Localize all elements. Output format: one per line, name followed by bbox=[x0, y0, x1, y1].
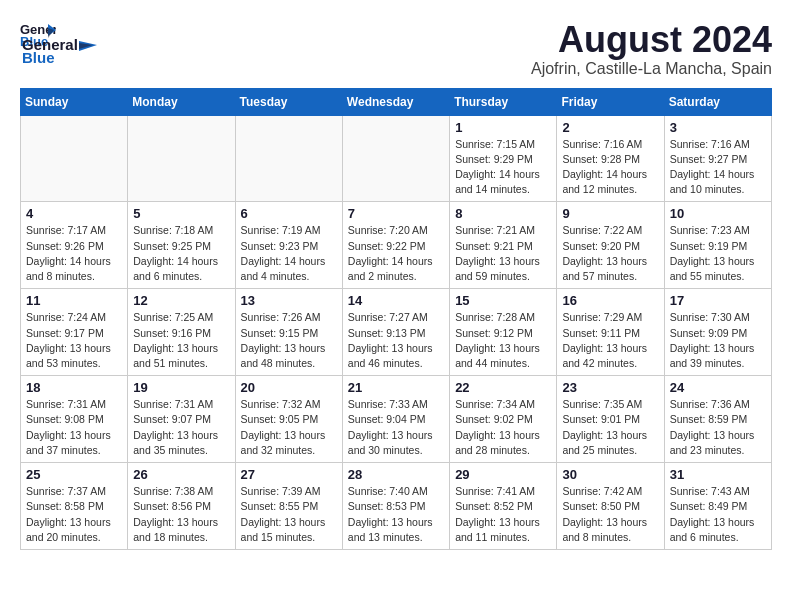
calendar-day-cell: 7Sunrise: 7:20 AM Sunset: 9:22 PM Daylig… bbox=[342, 202, 449, 289]
day-info: Sunrise: 7:29 AM Sunset: 9:11 PM Dayligh… bbox=[562, 310, 658, 371]
day-number: 5 bbox=[133, 206, 229, 221]
calendar-day-cell: 18Sunrise: 7:31 AM Sunset: 9:08 PM Dayli… bbox=[21, 376, 128, 463]
calendar-day-cell: 17Sunrise: 7:30 AM Sunset: 9:09 PM Dayli… bbox=[664, 289, 771, 376]
day-number: 6 bbox=[241, 206, 337, 221]
calendar-day-cell: 24Sunrise: 7:36 AM Sunset: 8:59 PM Dayli… bbox=[664, 376, 771, 463]
calendar-table: SundayMondayTuesdayWednesdayThursdayFrid… bbox=[20, 88, 772, 550]
day-number: 2 bbox=[562, 120, 658, 135]
day-number: 21 bbox=[348, 380, 444, 395]
day-info: Sunrise: 7:23 AM Sunset: 9:19 PM Dayligh… bbox=[670, 223, 766, 284]
calendar-day-cell: 10Sunrise: 7:23 AM Sunset: 9:19 PM Dayli… bbox=[664, 202, 771, 289]
day-info: Sunrise: 7:26 AM Sunset: 9:15 PM Dayligh… bbox=[241, 310, 337, 371]
calendar-day-cell: 29Sunrise: 7:41 AM Sunset: 8:52 PM Dayli… bbox=[450, 463, 557, 550]
day-info: Sunrise: 7:28 AM Sunset: 9:12 PM Dayligh… bbox=[455, 310, 551, 371]
calendar-day-cell: 26Sunrise: 7:38 AM Sunset: 8:56 PM Dayli… bbox=[128, 463, 235, 550]
day-number: 20 bbox=[241, 380, 337, 395]
day-info: Sunrise: 7:19 AM Sunset: 9:23 PM Dayligh… bbox=[241, 223, 337, 284]
calendar-day-cell: 4Sunrise: 7:17 AM Sunset: 9:26 PM Daylig… bbox=[21, 202, 128, 289]
day-number: 30 bbox=[562, 467, 658, 482]
calendar-day-cell: 31Sunrise: 7:43 AM Sunset: 8:49 PM Dayli… bbox=[664, 463, 771, 550]
day-info: Sunrise: 7:20 AM Sunset: 9:22 PM Dayligh… bbox=[348, 223, 444, 284]
day-number: 7 bbox=[348, 206, 444, 221]
calendar-day-cell: 9Sunrise: 7:22 AM Sunset: 9:20 PM Daylig… bbox=[557, 202, 664, 289]
day-info: Sunrise: 7:30 AM Sunset: 9:09 PM Dayligh… bbox=[670, 310, 766, 371]
day-number: 24 bbox=[670, 380, 766, 395]
weekday-header-sunday: Sunday bbox=[21, 88, 128, 115]
day-info: Sunrise: 7:16 AM Sunset: 9:28 PM Dayligh… bbox=[562, 137, 658, 198]
day-info: Sunrise: 7:35 AM Sunset: 9:01 PM Dayligh… bbox=[562, 397, 658, 458]
calendar-day-cell: 11Sunrise: 7:24 AM Sunset: 9:17 PM Dayli… bbox=[21, 289, 128, 376]
calendar-day-cell: 27Sunrise: 7:39 AM Sunset: 8:55 PM Dayli… bbox=[235, 463, 342, 550]
day-info: Sunrise: 7:43 AM Sunset: 8:49 PM Dayligh… bbox=[670, 484, 766, 545]
day-info: Sunrise: 7:42 AM Sunset: 8:50 PM Dayligh… bbox=[562, 484, 658, 545]
calendar-day-cell bbox=[128, 115, 235, 202]
calendar-week-row: 25Sunrise: 7:37 AM Sunset: 8:58 PM Dayli… bbox=[21, 463, 772, 550]
logo: General Blue General Blue bbox=[20, 20, 98, 67]
day-info: Sunrise: 7:18 AM Sunset: 9:25 PM Dayligh… bbox=[133, 223, 229, 284]
weekday-header-friday: Friday bbox=[557, 88, 664, 115]
day-number: 27 bbox=[241, 467, 337, 482]
day-number: 19 bbox=[133, 380, 229, 395]
day-number: 18 bbox=[26, 380, 122, 395]
day-info: Sunrise: 7:17 AM Sunset: 9:26 PM Dayligh… bbox=[26, 223, 122, 284]
day-number: 11 bbox=[26, 293, 122, 308]
day-info: Sunrise: 7:27 AM Sunset: 9:13 PM Dayligh… bbox=[348, 310, 444, 371]
calendar-day-cell: 6Sunrise: 7:19 AM Sunset: 9:23 PM Daylig… bbox=[235, 202, 342, 289]
calendar-day-cell bbox=[235, 115, 342, 202]
weekday-header-wednesday: Wednesday bbox=[342, 88, 449, 115]
calendar-subtitle: Ajofrin, Castille-La Mancha, Spain bbox=[531, 60, 772, 78]
day-number: 12 bbox=[133, 293, 229, 308]
day-number: 14 bbox=[348, 293, 444, 308]
day-info: Sunrise: 7:41 AM Sunset: 8:52 PM Dayligh… bbox=[455, 484, 551, 545]
calendar-day-cell: 13Sunrise: 7:26 AM Sunset: 9:15 PM Dayli… bbox=[235, 289, 342, 376]
day-number: 9 bbox=[562, 206, 658, 221]
day-info: Sunrise: 7:22 AM Sunset: 9:20 PM Dayligh… bbox=[562, 223, 658, 284]
day-number: 15 bbox=[455, 293, 551, 308]
calendar-day-cell: 1Sunrise: 7:15 AM Sunset: 9:29 PM Daylig… bbox=[450, 115, 557, 202]
calendar-week-row: 11Sunrise: 7:24 AM Sunset: 9:17 PM Dayli… bbox=[21, 289, 772, 376]
day-number: 13 bbox=[241, 293, 337, 308]
calendar-day-cell: 23Sunrise: 7:35 AM Sunset: 9:01 PM Dayli… bbox=[557, 376, 664, 463]
day-number: 26 bbox=[133, 467, 229, 482]
day-info: Sunrise: 7:24 AM Sunset: 9:17 PM Dayligh… bbox=[26, 310, 122, 371]
day-info: Sunrise: 7:31 AM Sunset: 9:07 PM Dayligh… bbox=[133, 397, 229, 458]
weekday-header-tuesday: Tuesday bbox=[235, 88, 342, 115]
logo-blue-text: Blue bbox=[22, 49, 55, 66]
day-number: 22 bbox=[455, 380, 551, 395]
calendar-header-row: SundayMondayTuesdayWednesdayThursdayFrid… bbox=[21, 88, 772, 115]
day-number: 8 bbox=[455, 206, 551, 221]
logo-arrow-icon bbox=[79, 37, 97, 53]
calendar-week-row: 18Sunrise: 7:31 AM Sunset: 9:08 PM Dayli… bbox=[21, 376, 772, 463]
calendar-day-cell: 30Sunrise: 7:42 AM Sunset: 8:50 PM Dayli… bbox=[557, 463, 664, 550]
day-number: 16 bbox=[562, 293, 658, 308]
weekday-header-thursday: Thursday bbox=[450, 88, 557, 115]
day-info: Sunrise: 7:36 AM Sunset: 8:59 PM Dayligh… bbox=[670, 397, 766, 458]
day-info: Sunrise: 7:33 AM Sunset: 9:04 PM Dayligh… bbox=[348, 397, 444, 458]
day-info: Sunrise: 7:16 AM Sunset: 9:27 PM Dayligh… bbox=[670, 137, 766, 198]
day-number: 4 bbox=[26, 206, 122, 221]
day-number: 29 bbox=[455, 467, 551, 482]
calendar-day-cell: 14Sunrise: 7:27 AM Sunset: 9:13 PM Dayli… bbox=[342, 289, 449, 376]
day-info: Sunrise: 7:34 AM Sunset: 9:02 PM Dayligh… bbox=[455, 397, 551, 458]
calendar-week-row: 1Sunrise: 7:15 AM Sunset: 9:29 PM Daylig… bbox=[21, 115, 772, 202]
day-info: Sunrise: 7:38 AM Sunset: 8:56 PM Dayligh… bbox=[133, 484, 229, 545]
day-info: Sunrise: 7:21 AM Sunset: 9:21 PM Dayligh… bbox=[455, 223, 551, 284]
day-number: 23 bbox=[562, 380, 658, 395]
day-info: Sunrise: 7:32 AM Sunset: 9:05 PM Dayligh… bbox=[241, 397, 337, 458]
calendar-day-cell: 3Sunrise: 7:16 AM Sunset: 9:27 PM Daylig… bbox=[664, 115, 771, 202]
day-info: Sunrise: 7:39 AM Sunset: 8:55 PM Dayligh… bbox=[241, 484, 337, 545]
day-info: Sunrise: 7:25 AM Sunset: 9:16 PM Dayligh… bbox=[133, 310, 229, 371]
day-number: 1 bbox=[455, 120, 551, 135]
page-header: General Blue General Blue August 2024 Aj… bbox=[20, 20, 772, 78]
calendar-day-cell bbox=[342, 115, 449, 202]
calendar-day-cell: 25Sunrise: 7:37 AM Sunset: 8:58 PM Dayli… bbox=[21, 463, 128, 550]
calendar-title: August 2024 bbox=[531, 20, 772, 60]
calendar-day-cell: 19Sunrise: 7:31 AM Sunset: 9:07 PM Dayli… bbox=[128, 376, 235, 463]
day-info: Sunrise: 7:31 AM Sunset: 9:08 PM Dayligh… bbox=[26, 397, 122, 458]
weekday-header-saturday: Saturday bbox=[664, 88, 771, 115]
weekday-header-monday: Monday bbox=[128, 88, 235, 115]
calendar-day-cell: 2Sunrise: 7:16 AM Sunset: 9:28 PM Daylig… bbox=[557, 115, 664, 202]
day-number: 10 bbox=[670, 206, 766, 221]
day-info: Sunrise: 7:40 AM Sunset: 8:53 PM Dayligh… bbox=[348, 484, 444, 545]
day-number: 31 bbox=[670, 467, 766, 482]
